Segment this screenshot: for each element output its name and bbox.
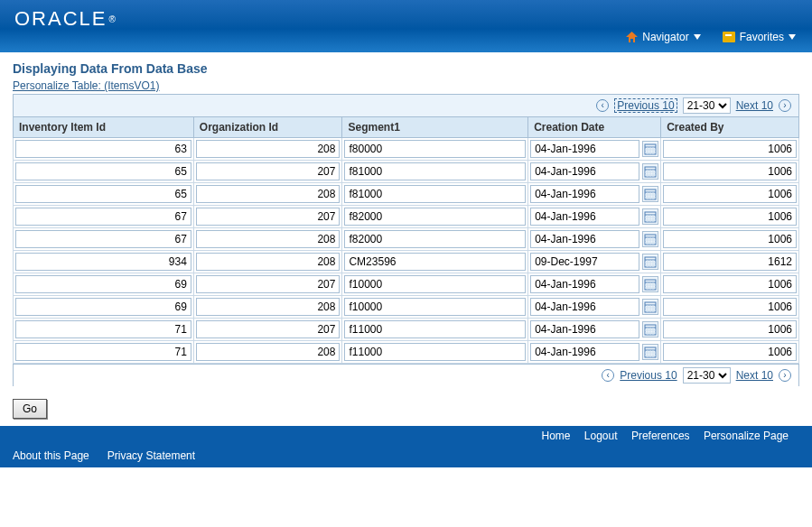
next-icon[interactable]: › xyxy=(779,99,791,112)
inventory-item-input[interactable] xyxy=(15,185,191,203)
organization-id-input[interactable] xyxy=(196,162,341,180)
organization-id-input[interactable] xyxy=(196,140,341,158)
inventory-item-input[interactable] xyxy=(15,162,191,180)
table-row xyxy=(14,161,799,183)
organization-id-input[interactable] xyxy=(196,185,341,203)
go-button[interactable]: Go xyxy=(13,399,47,419)
created-by-input[interactable] xyxy=(663,343,797,361)
previous-10-link[interactable]: Previous 10 xyxy=(617,99,674,112)
segment1-input[interactable] xyxy=(344,320,526,338)
app-header: ORACLE® Navigator Favorites xyxy=(0,0,812,52)
footer-secondary: About this Page Privacy Statement xyxy=(0,446,812,467)
created-by-input[interactable] xyxy=(663,230,797,248)
organization-id-input[interactable] xyxy=(196,230,341,248)
organization-id-input[interactable] xyxy=(196,343,341,361)
calendar-icon[interactable] xyxy=(642,344,658,360)
navigator-menu[interactable]: Navigator xyxy=(626,31,700,43)
footer-logout-link[interactable]: Logout xyxy=(584,430,618,442)
table-row xyxy=(14,273,799,296)
inventory-item-input[interactable] xyxy=(15,253,191,271)
segment1-input[interactable] xyxy=(344,230,526,248)
inventory-item-input[interactable] xyxy=(15,275,191,293)
organization-id-input[interactable] xyxy=(196,275,341,293)
next-10-link[interactable]: Next 10 xyxy=(736,99,773,112)
segment1-input[interactable] xyxy=(344,253,526,271)
inventory-item-input[interactable] xyxy=(15,140,191,158)
favorites-menu[interactable]: Favorites xyxy=(723,31,796,43)
segment1-input[interactable] xyxy=(344,275,526,293)
segment1-input[interactable] xyxy=(344,343,526,361)
creation-date-input[interactable] xyxy=(530,208,639,226)
calendar-icon[interactable] xyxy=(642,208,658,225)
about-page-link[interactable]: About this Page xyxy=(13,449,89,462)
svg-marker-0 xyxy=(626,32,638,42)
table-row xyxy=(14,319,799,341)
table-row xyxy=(14,183,799,206)
created-by-input[interactable] xyxy=(663,253,797,271)
calendar-icon[interactable] xyxy=(642,141,658,157)
segment1-input[interactable] xyxy=(344,185,526,203)
created-by-input[interactable] xyxy=(663,140,797,158)
calendar-icon[interactable] xyxy=(642,231,658,247)
created-by-input[interactable] xyxy=(663,185,797,203)
table-row xyxy=(14,206,799,228)
organization-id-input[interactable] xyxy=(196,208,341,226)
creation-date-input[interactable] xyxy=(530,298,639,316)
inventory-item-input[interactable] xyxy=(15,208,191,226)
creation-date-input[interactable] xyxy=(530,320,639,338)
segment1-input[interactable] xyxy=(344,162,526,180)
segment1-input[interactable] xyxy=(344,208,526,226)
inventory-item-input[interactable] xyxy=(15,298,191,316)
creation-date-input[interactable] xyxy=(530,162,639,180)
creation-date-input[interactable] xyxy=(530,185,639,203)
inventory-item-input[interactable] xyxy=(15,230,191,248)
segment1-input[interactable] xyxy=(344,298,526,316)
calendar-icon[interactable] xyxy=(642,163,658,180)
folder-icon xyxy=(723,32,735,42)
col-organization-id: Organization Id xyxy=(193,117,342,138)
created-by-input[interactable] xyxy=(663,320,797,338)
oracle-logo: ORACLE® xyxy=(14,7,798,31)
footer-home-link[interactable]: Home xyxy=(541,430,570,442)
created-by-input[interactable] xyxy=(663,162,797,180)
creation-date-input[interactable] xyxy=(530,343,639,361)
table-header-row: Inventory Item Id Organization Id Segmen… xyxy=(14,117,799,138)
previous-10-link[interactable]: Previous 10 xyxy=(620,369,677,382)
calendar-icon[interactable] xyxy=(642,321,658,337)
footer-preferences-link[interactable]: Preferences xyxy=(631,430,690,442)
footer-personalize-link[interactable]: Personalize Page xyxy=(704,430,789,442)
calendar-icon[interactable] xyxy=(642,276,658,292)
organization-id-input[interactable] xyxy=(196,320,341,338)
table-row xyxy=(14,228,799,251)
creation-date-input[interactable] xyxy=(530,140,639,158)
creation-date-input[interactable] xyxy=(530,275,639,293)
col-segment1: Segment1 xyxy=(342,117,528,138)
created-by-input[interactable] xyxy=(663,298,797,316)
next-10-link[interactable]: Next 10 xyxy=(736,369,773,382)
previous-icon[interactable]: ‹ xyxy=(602,369,614,382)
inventory-item-input[interactable] xyxy=(15,320,191,338)
created-by-input[interactable] xyxy=(663,275,797,293)
calendar-icon[interactable] xyxy=(642,299,658,315)
organization-id-input[interactable] xyxy=(196,253,341,271)
col-inventory-item: Inventory Item Id xyxy=(14,117,194,138)
col-creation-date: Creation Date xyxy=(528,117,661,138)
personalize-table-link[interactable]: Personalize Table: (ItemsVO1) xyxy=(13,79,160,92)
calendar-icon[interactable] xyxy=(642,254,658,270)
page-title: Displaying Data From Data Base xyxy=(13,61,799,76)
organization-id-input[interactable] xyxy=(196,298,341,316)
inventory-item-input[interactable] xyxy=(15,343,191,361)
page-range-select[interactable]: 21-30 xyxy=(683,97,731,114)
col-created-by: Created By xyxy=(661,117,799,138)
creation-date-input[interactable] xyxy=(530,230,639,248)
chevron-down-icon xyxy=(789,34,796,40)
created-by-input[interactable] xyxy=(663,208,797,226)
creation-date-input[interactable] xyxy=(530,253,639,271)
segment1-input[interactable] xyxy=(344,140,526,158)
table-row xyxy=(14,138,799,161)
privacy-link[interactable]: Privacy Statement xyxy=(107,449,195,462)
page-range-select[interactable]: 21-30 xyxy=(683,367,731,384)
calendar-icon[interactable] xyxy=(642,186,658,202)
next-icon[interactable]: › xyxy=(779,369,791,382)
previous-icon[interactable]: ‹ xyxy=(596,99,609,112)
